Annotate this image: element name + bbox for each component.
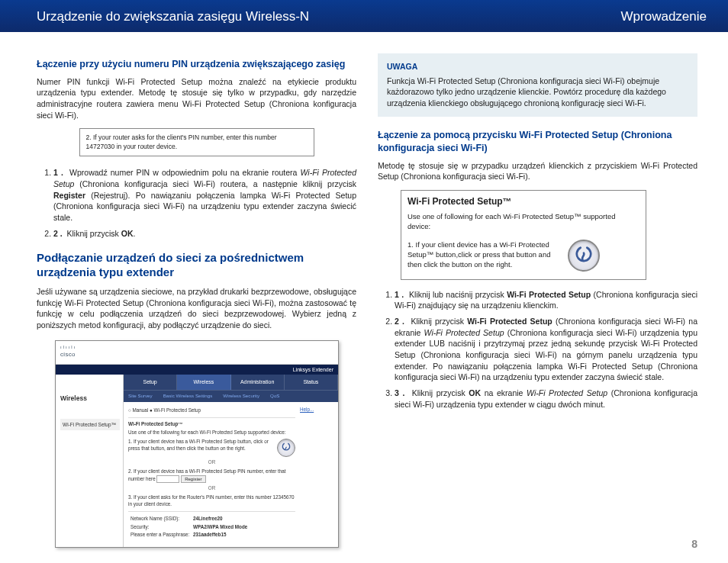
text: . bbox=[133, 229, 135, 238]
sec-sub: Use one of the following for each Wi-Fi … bbox=[128, 429, 295, 436]
left-steps: 1 . Wprowadź numer PIN w odpowiednim pol… bbox=[43, 167, 356, 239]
brand: cisco bbox=[60, 351, 76, 358]
router-subtabs: Site Survey Basic Wireless Settings Wire… bbox=[124, 390, 338, 402]
header-right: Wprowadzenie bbox=[621, 8, 707, 26]
sec-value: WPA2/WPA Mixed Mode bbox=[192, 523, 248, 532]
sec-label: Security: bbox=[128, 523, 192, 532]
header-left: Urządzenie do zwiększania zasięgu Wirele… bbox=[37, 8, 309, 26]
pass-label: Please enter a Passphrase: bbox=[128, 531, 192, 539]
left-step-1: 1 . Wprowadź numer PIN w odpowiednim pol… bbox=[53, 167, 356, 223]
page-number: 8 bbox=[691, 537, 697, 552]
left-heading-2: Podłączanie urządzeń do sieci za pośredn… bbox=[37, 251, 356, 280]
bold: OK bbox=[469, 388, 481, 397]
router-sidebar: Wireless Wi-Fi Protected Setup™ bbox=[56, 375, 124, 546]
wps-button-icon bbox=[568, 240, 600, 272]
em: Wi-Fi Protected Setup bbox=[424, 328, 504, 337]
text: (Chroniona konfiguracja sieci Wi-Fi) rou… bbox=[74, 179, 356, 188]
pin-figure: 2. If your router asks for the client's … bbox=[79, 128, 314, 156]
bold: Wi-Fi Protected Setup bbox=[467, 317, 552, 326]
text: Kliknij lub naciśnij przycisk bbox=[409, 290, 507, 299]
note-body: Funkcja Wi-Fi Protected Setup (Chroniona… bbox=[387, 76, 688, 109]
right-step-3: 3 . Kliknij przycisk OK na ekranie Wi-Fi… bbox=[395, 388, 697, 410]
bold: Wi-Fi Protected Setup bbox=[507, 290, 591, 299]
router-product: Linksys Extender bbox=[56, 365, 338, 375]
text: Kliknij przycisk bbox=[411, 317, 467, 326]
left-step-2: 2 . Kliknij przycisk OK. bbox=[53, 228, 356, 240]
text: 2. If your client device has a Wi-Fi Pro… bbox=[128, 468, 286, 481]
method-2: 2. If your client device has a Wi-Fi Pro… bbox=[128, 468, 295, 483]
sidebar-item: Wi-Fi Protected Setup™ bbox=[60, 419, 120, 430]
subtab: QoS bbox=[270, 393, 279, 400]
right-steps: 1 . Kliknij lub naciśnij przycisk Wi-Fi … bbox=[384, 289, 697, 410]
method-1: 1. If your client device has a Wi-Fi Pro… bbox=[128, 439, 272, 452]
ssid-value: 24Linefree20 bbox=[192, 515, 248, 523]
left-para-2: Jeśli używane są urządzenia sieciowe, na… bbox=[37, 286, 356, 331]
or2: OR bbox=[128, 485, 295, 492]
wps-figure: Wi-Fi Protected Setup™ Use one of follow… bbox=[401, 190, 646, 279]
subtab: Wireless Security bbox=[223, 393, 259, 400]
help-link: Help... bbox=[300, 407, 314, 412]
or1: OR bbox=[128, 459, 295, 466]
column-left: Łączenie przy użyciu numeru PIN urządzen… bbox=[37, 50, 356, 548]
right-step-2: 2 . Kliknij przycisk Wi-Fi Protected Set… bbox=[395, 316, 697, 383]
register-button: Register bbox=[181, 475, 205, 483]
tab: Status bbox=[285, 375, 338, 390]
text: Wprowadź numer PIN w odpowiednim polu na… bbox=[69, 168, 300, 177]
note-box: UWAGA Funkcja Wi-Fi Protected Setup (Chr… bbox=[378, 53, 697, 117]
router-figure: ılıılı cisco Linksys Extender Wireless W… bbox=[55, 340, 339, 548]
page-header: Urządzenie do zwiększania zasięgu Wirele… bbox=[0, 0, 728, 32]
subtab: Site Survey bbox=[128, 393, 153, 400]
wps-figure-sub: Use one of following for each Wi-Fi Prot… bbox=[401, 211, 646, 238]
radio-row: ○ Manual ● Wi-Fi Protected Setup bbox=[128, 407, 295, 414]
column-right: UWAGA Funkcja Wi-Fi Protected Setup (Chr… bbox=[378, 50, 697, 548]
bold: Register bbox=[53, 191, 85, 200]
subtab: Basic Wireless Settings bbox=[163, 393, 213, 400]
right-para-1: Metodę tę stosuje się w przypadku urządz… bbox=[378, 160, 697, 182]
sidebar-title: Wireless bbox=[60, 394, 120, 404]
left-heading-1: Łączenie przy użyciu numeru PIN urządzen… bbox=[37, 58, 356, 72]
text: Kliknij przycisk bbox=[67, 229, 121, 238]
tab: Wireless bbox=[177, 375, 230, 390]
router-tabs: Setup Wireless Administration Status bbox=[124, 375, 338, 390]
text: na ekranie bbox=[481, 388, 527, 397]
wps-figure-body: 1. If your client device has a Wi-Fi Pro… bbox=[407, 240, 560, 270]
note-title: UWAGA bbox=[387, 61, 688, 72]
em: Wi-Fi Protected Setup bbox=[527, 388, 607, 397]
left-para-1: Numer PIN funkcji Wi-Fi Protected Setup … bbox=[37, 76, 356, 121]
pass-value: 231aadeffeb15 bbox=[192, 531, 248, 539]
wps-figure-title: Wi-Fi Protected Setup™ bbox=[401, 191, 646, 211]
bold: OK bbox=[121, 229, 134, 238]
sec-title: Wi-Fi Protected Setup™ bbox=[128, 421, 295, 428]
tab: Setup bbox=[124, 375, 177, 390]
right-heading-1: Łączenie za pomocą przycisku Wi-Fi Prote… bbox=[378, 129, 697, 156]
text: Kliknij przycisk bbox=[412, 388, 469, 397]
right-step-1: 1 . Kliknij lub naciśnij przycisk Wi-Fi … bbox=[395, 289, 697, 311]
method-3: 3. If your client asks for the Router's … bbox=[128, 494, 295, 508]
text: (Rejestruj). Po nawiązaniu połączenia la… bbox=[53, 191, 356, 222]
router-brand-bar: ılıılı cisco bbox=[56, 341, 338, 365]
tab: Administration bbox=[231, 375, 285, 390]
ssid-label: Network Name (SSID): bbox=[128, 515, 192, 523]
wps-button-icon bbox=[277, 439, 295, 457]
